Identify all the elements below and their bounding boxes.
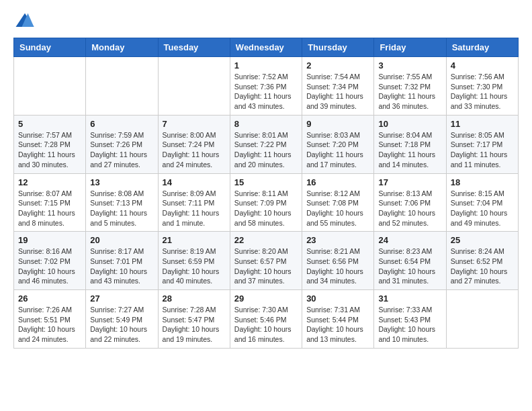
calendar-day-19: 19Sunrise: 8:16 AM Sunset: 7:02 PM Dayli… [14, 232, 86, 290]
day-number: 13 [90, 177, 153, 187]
weekday-header-friday: Friday [374, 38, 446, 57]
weekday-header-wednesday: Wednesday [230, 38, 302, 57]
day-info: Sunrise: 7:31 AM Sunset: 5:44 PM Dayligh… [306, 305, 369, 345]
calendar-day-8: 8Sunrise: 8:01 AM Sunset: 7:22 PM Daylig… [230, 115, 302, 173]
day-number: 20 [90, 235, 153, 245]
day-info: Sunrise: 8:08 AM Sunset: 7:13 PM Dayligh… [90, 189, 153, 228]
day-info: Sunrise: 8:04 AM Sunset: 7:18 PM Dayligh… [378, 130, 441, 170]
day-number: 28 [163, 293, 226, 304]
weekday-header-tuesday: Tuesday [158, 38, 230, 57]
empty-cell [14, 57, 86, 116]
day-number: 7 [163, 119, 226, 129]
calendar-day-27: 27Sunrise: 7:27 AM Sunset: 5:49 PM Dayli… [86, 290, 158, 349]
day-number: 6 [90, 119, 153, 129]
day-number: 15 [234, 177, 298, 187]
calendar-day-1: 1Sunrise: 7:52 AM Sunset: 7:36 PM Daylig… [230, 57, 302, 116]
day-info: Sunrise: 8:12 AM Sunset: 7:08 PM Dayligh… [306, 189, 369, 228]
day-number: 29 [234, 293, 298, 304]
day-number: 5 [18, 119, 81, 129]
day-number: 4 [451, 60, 514, 71]
day-number: 12 [18, 177, 81, 187]
calendar-day-15: 15Sunrise: 8:11 AM Sunset: 7:09 PM Dayli… [230, 173, 302, 232]
day-info: Sunrise: 8:00 AM Sunset: 7:24 PM Dayligh… [163, 130, 226, 170]
empty-cell [86, 57, 158, 116]
calendar-header-row: SundayMondayTuesdayWednesdayThursdayFrid… [14, 38, 519, 57]
calendar-day-3: 3Sunrise: 7:55 AM Sunset: 7:32 PM Daylig… [374, 57, 446, 116]
calendar-day-9: 9Sunrise: 8:03 AM Sunset: 7:20 PM Daylig… [302, 115, 374, 173]
calendar-day-7: 7Sunrise: 8:00 AM Sunset: 7:24 PM Daylig… [158, 115, 230, 173]
weekday-header-saturday: Saturday [446, 38, 518, 57]
day-info: Sunrise: 7:55 AM Sunset: 7:32 PM Dayligh… [378, 72, 441, 111]
logo-icon [15, 11, 35, 31]
day-info: Sunrise: 8:21 AM Sunset: 6:56 PM Dayligh… [306, 246, 369, 286]
day-info: Sunrise: 8:23 AM Sunset: 6:54 PM Dayligh… [378, 246, 441, 286]
day-number: 17 [378, 177, 441, 187]
calendar-day-6: 6Sunrise: 7:59 AM Sunset: 7:26 PM Daylig… [86, 115, 158, 173]
day-number: 14 [163, 177, 226, 187]
day-info: Sunrise: 7:30 AM Sunset: 5:46 PM Dayligh… [234, 305, 298, 345]
day-number: 31 [378, 293, 441, 304]
day-info: Sunrise: 7:59 AM Sunset: 7:26 PM Dayligh… [90, 130, 153, 170]
calendar-table: SundayMondayTuesdayWednesdayThursdayFrid… [13, 38, 519, 349]
day-info: Sunrise: 7:27 AM Sunset: 5:49 PM Dayligh… [90, 305, 153, 345]
day-number: 26 [18, 293, 81, 304]
empty-cell [446, 290, 518, 349]
day-info: Sunrise: 8:11 AM Sunset: 7:09 PM Dayligh… [234, 189, 298, 228]
calendar-day-10: 10Sunrise: 8:04 AM Sunset: 7:18 PM Dayli… [374, 115, 446, 173]
logo [13, 13, 35, 31]
day-info: Sunrise: 7:52 AM Sunset: 7:36 PM Dayligh… [234, 72, 298, 111]
day-info: Sunrise: 7:28 AM Sunset: 5:47 PM Dayligh… [163, 305, 226, 345]
calendar-day-23: 23Sunrise: 8:21 AM Sunset: 6:56 PM Dayli… [302, 232, 374, 290]
day-info: Sunrise: 8:07 AM Sunset: 7:15 PM Dayligh… [18, 189, 81, 228]
day-info: Sunrise: 8:19 AM Sunset: 6:59 PM Dayligh… [163, 246, 226, 286]
calendar-day-18: 18Sunrise: 8:15 AM Sunset: 7:04 PM Dayli… [446, 173, 518, 232]
calendar-day-16: 16Sunrise: 8:12 AM Sunset: 7:08 PM Dayli… [302, 173, 374, 232]
calendar-day-14: 14Sunrise: 8:09 AM Sunset: 7:11 PM Dayli… [158, 173, 230, 232]
day-number: 11 [451, 119, 514, 129]
page-header [13, 13, 519, 31]
calendar-week-2: 5Sunrise: 7:57 AM Sunset: 7:28 PM Daylig… [14, 115, 519, 173]
calendar-day-29: 29Sunrise: 7:30 AM Sunset: 5:46 PM Dayli… [230, 290, 302, 349]
day-number: 9 [306, 119, 369, 129]
day-number: 18 [451, 177, 514, 187]
day-info: Sunrise: 8:01 AM Sunset: 7:22 PM Dayligh… [234, 130, 298, 170]
calendar-day-31: 31Sunrise: 7:33 AM Sunset: 5:43 PM Dayli… [374, 290, 446, 349]
day-number: 16 [306, 177, 369, 187]
day-info: Sunrise: 8:20 AM Sunset: 6:57 PM Dayligh… [234, 246, 298, 286]
day-number: 10 [378, 119, 441, 129]
calendar-day-13: 13Sunrise: 8:08 AM Sunset: 7:13 PM Dayli… [86, 173, 158, 232]
calendar-day-11: 11Sunrise: 8:05 AM Sunset: 7:17 PM Dayli… [446, 115, 518, 173]
day-number: 21 [163, 235, 226, 245]
calendar-week-1: 1Sunrise: 7:52 AM Sunset: 7:36 PM Daylig… [14, 57, 519, 116]
day-number: 8 [234, 119, 298, 129]
day-info: Sunrise: 8:13 AM Sunset: 7:06 PM Dayligh… [378, 189, 441, 228]
day-info: Sunrise: 8:05 AM Sunset: 7:17 PM Dayligh… [451, 130, 514, 170]
day-info: Sunrise: 7:54 AM Sunset: 7:34 PM Dayligh… [306, 72, 369, 111]
weekday-header-sunday: Sunday [14, 38, 86, 57]
day-info: Sunrise: 7:26 AM Sunset: 5:51 PM Dayligh… [18, 305, 81, 345]
weekday-header-monday: Monday [86, 38, 158, 57]
calendar-day-22: 22Sunrise: 8:20 AM Sunset: 6:57 PM Dayli… [230, 232, 302, 290]
day-info: Sunrise: 7:33 AM Sunset: 5:43 PM Dayligh… [378, 305, 441, 345]
day-number: 25 [451, 235, 514, 245]
day-info: Sunrise: 8:15 AM Sunset: 7:04 PM Dayligh… [451, 189, 514, 228]
day-info: Sunrise: 8:17 AM Sunset: 7:01 PM Dayligh… [90, 246, 153, 286]
day-number: 3 [378, 60, 441, 71]
day-number: 30 [306, 293, 369, 304]
day-number: 2 [306, 60, 369, 71]
day-number: 1 [234, 60, 298, 71]
calendar-day-2: 2Sunrise: 7:54 AM Sunset: 7:34 PM Daylig… [302, 57, 374, 116]
calendar-day-12: 12Sunrise: 8:07 AM Sunset: 7:15 PM Dayli… [14, 173, 86, 232]
calendar-week-3: 12Sunrise: 8:07 AM Sunset: 7:15 PM Dayli… [14, 173, 519, 232]
weekday-header-thursday: Thursday [302, 38, 374, 57]
calendar-day-17: 17Sunrise: 8:13 AM Sunset: 7:06 PM Dayli… [374, 173, 446, 232]
calendar-day-30: 30Sunrise: 7:31 AM Sunset: 5:44 PM Dayli… [302, 290, 374, 349]
calendar-day-28: 28Sunrise: 7:28 AM Sunset: 5:47 PM Dayli… [158, 290, 230, 349]
day-number: 24 [378, 235, 441, 245]
calendar-day-4: 4Sunrise: 7:56 AM Sunset: 7:30 PM Daylig… [446, 57, 518, 116]
calendar-day-25: 25Sunrise: 8:24 AM Sunset: 6:52 PM Dayli… [446, 232, 518, 290]
day-info: Sunrise: 8:24 AM Sunset: 6:52 PM Dayligh… [451, 246, 514, 286]
day-info: Sunrise: 8:09 AM Sunset: 7:11 PM Dayligh… [163, 189, 226, 228]
empty-cell [158, 57, 230, 116]
day-number: 23 [306, 235, 369, 245]
